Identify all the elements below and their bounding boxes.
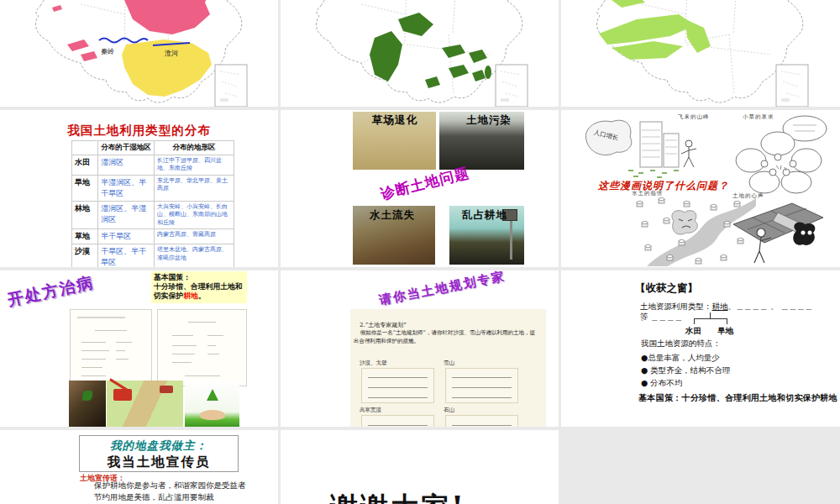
cartoon-question: 这些漫画说明了什么问题？ bbox=[598, 179, 729, 193]
row-header: 旱地 bbox=[72, 175, 98, 201]
branch-paddy: 水田 bbox=[685, 326, 701, 337]
forest-regions bbox=[370, 0, 492, 88]
slide-map-paddy-dryland[interactable]: 秦岭 淮河 bbox=[0, 0, 278, 107]
photo-hands-seedling bbox=[69, 381, 106, 427]
answer-box[interactable] bbox=[361, 415, 434, 427]
landuse-types-line: 土地资源利用类型：耕地、＿＿＿＿ 、 ＿＿＿＿ 、 ＿＿＿＿ bbox=[640, 302, 821, 323]
box-label: 雪山 bbox=[444, 360, 454, 367]
slogan-line: 节约用地是美德，乱占滥用要制裁 bbox=[78, 492, 248, 502]
table-row: 旱地 半湿润区、半干旱区 东北平原、华北平原、黄土高原 bbox=[72, 175, 234, 201]
paddy-region bbox=[122, 39, 212, 97]
answer-box[interactable] bbox=[445, 368, 518, 403]
photo-label: 土地污染 bbox=[466, 113, 512, 128]
features-title: 我国土地资源的特点： bbox=[641, 339, 721, 349]
slide-prescription[interactable]: 开处方治病 基本国策： 十分珍惜、合理利用土地和切实保护耕地。 bbox=[0, 270, 278, 427]
policy-label: 基本国策： bbox=[154, 273, 191, 281]
photo-label: 草场退化 bbox=[372, 113, 417, 128]
feature-item: ●总量丰富，人均量少 bbox=[641, 353, 720, 364]
table-row: 林地 湿润区、半湿润区 大兴安岭、小兴安岭、长白山、横断山、东南部的山地和丘陵 bbox=[72, 201, 234, 228]
excavator-body bbox=[113, 389, 132, 401]
table-row: 沙漠 干旱区、半干旱区 塔里木盆地、内蒙古高原、准噶尔盆地 bbox=[72, 244, 234, 267]
row-header: 草地 bbox=[72, 229, 98, 244]
col-header-zone: 分布的干湿地区 bbox=[98, 141, 155, 155]
slide-harvest-window[interactable]: 【收获之窗】 土地资源利用类型：耕地、＿＿＿＿ 、 ＿＿＿＿ 、 ＿＿＿＿ 等 … bbox=[561, 270, 840, 427]
cartoon-caption: 小草的哀求 bbox=[743, 113, 774, 121]
task-instructions: 假如你是一名“土地规划师”，请你针对沙漠、雪山等难以利用的土地，提出合理利用和保… bbox=[354, 329, 540, 346]
harvest-title: 【收获之窗】 bbox=[635, 281, 698, 296]
farmer-figure bbox=[681, 140, 696, 167]
bracket-left-drop bbox=[694, 318, 695, 324]
angry-ghost-face bbox=[672, 211, 697, 234]
south-china-sea-inset bbox=[776, 65, 808, 107]
zone-cell: 湿润区、半湿润区 bbox=[98, 201, 155, 228]
table-row: 水田 湿润区 长江中下游平原、四川盆地、东南丘陵 bbox=[72, 155, 234, 176]
types-first: 耕地 bbox=[712, 302, 728, 311]
cartoon-caption: 土地的心声 bbox=[732, 192, 764, 200]
worksheet-thumbnail bbox=[157, 309, 247, 386]
thanks-text: 谢谢大家! bbox=[314, 489, 482, 504]
feature-item: ● 类型齐全，结构不合理 bbox=[641, 365, 730, 376]
promoter-subtitle: 我当土地宣传员 bbox=[80, 454, 238, 471]
types-suffix: 等 bbox=[640, 312, 648, 323]
slide-sorter-grid: 秦岭 淮河 bbox=[0, 0, 840, 504]
feature-item: ● 分布不均 bbox=[641, 378, 682, 389]
slide-title: 我国土地利用类型的分布 bbox=[0, 123, 278, 139]
zone-cell: 湿润区 bbox=[98, 155, 155, 176]
box-label: 石山 bbox=[444, 407, 454, 414]
seedling-leaf bbox=[82, 391, 92, 401]
sprout bbox=[207, 389, 218, 401]
china-map-forest bbox=[281, 0, 559, 107]
slide-thanks[interactable]: 谢谢大家! bbox=[281, 430, 559, 504]
qinling-label: 秦岭 bbox=[101, 48, 114, 55]
hand bbox=[200, 410, 225, 420]
branch-dryland: 旱地 bbox=[717, 326, 733, 337]
box-label: 沙漠、戈壁 bbox=[360, 360, 387, 367]
promoter-script-title: 我的地盘我做主： bbox=[80, 438, 238, 454]
crop-field bbox=[628, 171, 679, 177]
cartoon-land-voice bbox=[729, 199, 830, 266]
slide-land-promoter[interactable]: 我的地盘我做主： 我当土地宣传员 土地宣传语： 保护耕地你是参与者，和谐家园你是… bbox=[0, 430, 278, 504]
bracket-stem bbox=[710, 312, 711, 318]
types-prefix: 土地资源利用类型： bbox=[640, 302, 712, 311]
answer-box[interactable] bbox=[361, 368, 434, 403]
china-map-grassland bbox=[561, 0, 840, 107]
task-number: 2.“土地专家规划” bbox=[360, 321, 407, 329]
corner-cell bbox=[72, 141, 98, 155]
promoter-title-box: 我的地盘我做主： 我当土地宣传员 bbox=[79, 435, 239, 472]
photo-label: 乱占耕地 bbox=[462, 208, 507, 223]
slide-landuse-table[interactable]: 我国土地利用类型的分布 分布的干湿地区 分布的地形区 水田 湿润区 长江中下游平… bbox=[0, 110, 278, 267]
cartoon-farmland-protection bbox=[107, 381, 183, 427]
slide-land-planner[interactable]: 请你当土地规划专家 2.“土地专家规划” 假如你是一名“土地规划师”，请你针对沙… bbox=[281, 270, 559, 427]
slide-map-grassland[interactable] bbox=[561, 0, 840, 107]
zone-cell: 半湿润区、半干旱区 bbox=[98, 175, 155, 201]
table-row: 草地 半干旱区 内蒙古高原、青藏高原 bbox=[72, 229, 234, 244]
basic-policy-line: 基本国策：十分珍惜、合理利用土地和切实保护耕地 bbox=[638, 392, 837, 404]
tractor bbox=[160, 386, 173, 393]
regions-cell: 长江中下游平原、四川盆地、东南丘陵 bbox=[154, 155, 234, 176]
slide-cartoons[interactable]: 人口增长 bbox=[561, 110, 840, 267]
bracket-right-drop bbox=[727, 318, 727, 324]
slogan-line: 保护耕地你是参与者，和谐家园你是受益者 bbox=[78, 480, 248, 491]
china-map-farmland: 秦岭 淮河 bbox=[0, 0, 278, 107]
zone-cell: 半干旱区 bbox=[98, 229, 155, 244]
planner-worksheet: 2.“土地专家规划” 假如你是一名“土地规划师”，请你针对沙漠、雪山等难以利用的… bbox=[350, 309, 546, 427]
row-header: 水田 bbox=[72, 155, 98, 176]
south-china-sea-inset bbox=[496, 65, 528, 107]
slide-map-forest[interactable] bbox=[281, 0, 559, 107]
box-label: 高寒荒漠 bbox=[360, 407, 381, 414]
regions-cell: 东北平原、华北平原、黄土高原 bbox=[154, 175, 234, 201]
cartoon-caption: 飞来的山峰 bbox=[678, 113, 710, 121]
slogan-paragraphs: 保护耕地你是参与者，和谐家园你是受益者 节约用地是美德，乱占滥用要制裁 bbox=[78, 480, 248, 504]
regions-cell: 大兴安岭、小兴安岭、长白山、横断山、东南部的山地和丘陵 bbox=[154, 201, 234, 228]
row-header: 林地 bbox=[72, 201, 98, 228]
slide-land-problems[interactable]: 草场退化 土地污染 水土流失 乱占耕地 诊断土地问题 bbox=[281, 110, 559, 267]
answer-box[interactable] bbox=[445, 415, 518, 427]
prescription-heading: 开处方治病 bbox=[5, 271, 96, 311]
regions-cell: 内蒙古高原、青藏高原 bbox=[154, 229, 234, 244]
qinling-line bbox=[99, 39, 148, 43]
landuse-table: 分布的干湿地区 分布的地形区 水田 湿润区 长江中下游平原、四川盆地、东南丘陵 … bbox=[71, 140, 234, 267]
planner-heading: 请你当土地规划专家 bbox=[378, 270, 507, 308]
huaihe-label: 淮河 bbox=[165, 50, 178, 57]
photo-sprout-in-hand bbox=[185, 381, 239, 427]
row-header: 沙漠 bbox=[72, 244, 98, 267]
